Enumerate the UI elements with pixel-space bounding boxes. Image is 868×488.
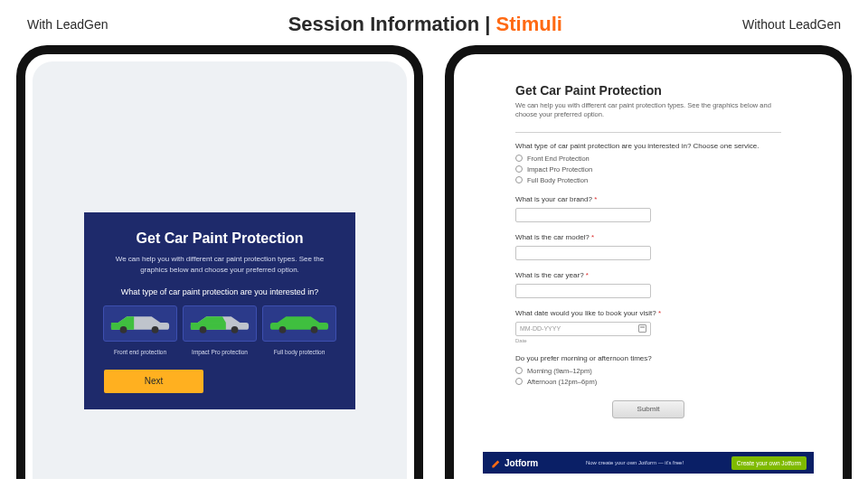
radio-option[interactable]: Front End Protection	[515, 155, 781, 163]
page-title: Session Information | Stimuli	[288, 13, 562, 36]
required-mark: *	[591, 233, 594, 241]
radio-label: Impact Pro Protection	[527, 165, 592, 174]
tablet-inner-right: Get Car Paint Protection We can help you…	[461, 61, 835, 479]
radio-icon	[515, 378, 523, 385]
leadgen-title: Get Car Paint Protection	[100, 230, 339, 247]
radio-label: Afternoon (12pm–6pm)	[527, 378, 597, 386]
tablet-inner-left: Get Car Paint Protection We can help you…	[33, 61, 407, 479]
next-button[interactable]: Next	[104, 370, 203, 393]
leadgen-question: What type of car paint protection are yo…	[100, 287, 339, 296]
option-caption: Impact Pro protection	[183, 349, 257, 355]
svg-point-10	[311, 326, 318, 333]
without-leadgen-label: Without LeadGen	[742, 17, 841, 32]
jotform-content: Get Car Paint Protection We can help you…	[461, 61, 835, 452]
required-mark: *	[594, 195, 597, 203]
radio-option[interactable]: Impact Pro Protection	[515, 165, 781, 174]
radio-option[interactable]: Afternoon (12pm–6pm)	[515, 378, 781, 386]
leadgen-options	[100, 305, 339, 342]
jotform-subtitle: We can help you with different car paint…	[515, 101, 778, 119]
protection-option-impact-pro[interactable]	[183, 305, 257, 342]
tablet-without-leadgen: Get Car Paint Protection We can help you…	[445, 45, 852, 479]
car-icon	[267, 312, 332, 335]
required-mark: *	[658, 309, 661, 317]
radio-icon	[515, 155, 523, 162]
submit-button[interactable]: Submit	[612, 400, 684, 418]
visit-date-input[interactable]: MM-DD-YYYY	[515, 322, 651, 336]
header-row: With LeadGen Session Information | Stimu…	[0, 0, 868, 45]
car-icon	[108, 312, 173, 335]
jotform-footer: Jotform Now create your own Jotform — it…	[483, 452, 814, 474]
tablet-with-leadgen: Get Car Paint Protection We can help you…	[16, 45, 423, 479]
car-model-input[interactable]	[515, 246, 651, 260]
car-brand-input[interactable]	[515, 208, 651, 222]
q4-label: What is the car year? *	[515, 271, 781, 279]
with-leadgen-label: With LeadGen	[27, 17, 108, 32]
radio-icon	[515, 165, 523, 173]
svg-point-3	[152, 326, 159, 333]
q3-label: What is the car model? *	[515, 233, 781, 241]
radio-label: Front End Protection	[527, 155, 590, 163]
leadgen-subtitle: We can help you with different car paint…	[107, 254, 333, 274]
title-accent: Stimuli	[496, 13, 562, 35]
q5-label: What date would you like to book your vi…	[515, 309, 781, 317]
car-year-input[interactable]	[515, 284, 651, 298]
option-caption: Full body protection	[262, 349, 336, 355]
brand-text: Jotform	[505, 458, 538, 468]
radio-icon	[515, 176, 523, 183]
radio-label: Full Body Protection	[527, 176, 588, 184]
q6-label: Do you prefer morning or afternoon times…	[515, 354, 781, 362]
svg-rect-8	[270, 323, 328, 330]
svg-rect-5	[191, 323, 226, 330]
leadgen-form-bg: Get Car Paint Protection We can help you…	[33, 61, 407, 479]
jotform-page: Get Car Paint Protection We can help you…	[461, 61, 835, 479]
radio-option[interactable]: Full Body Protection	[515, 176, 781, 184]
footer-tagline: Now create your own Jotform — it's free!	[586, 460, 684, 465]
protection-option-front-end[interactable]	[103, 305, 177, 342]
stage: Get Car Paint Protection We can help you…	[0, 45, 868, 479]
svg-point-6	[200, 326, 207, 333]
protection-option-full-body[interactable]	[262, 305, 336, 342]
footer-cta-button[interactable]: Create your own Jotform	[731, 456, 807, 470]
leadgen-captions: Front end protection Impact Pro protecti…	[100, 349, 339, 355]
radio-icon	[515, 367, 523, 374]
q2-label: What is your car brand? *	[515, 195, 781, 203]
svg-point-9	[279, 326, 287, 333]
jotform-title: Get Car Paint Protection	[515, 83, 781, 98]
date-hint: Date	[515, 338, 781, 343]
svg-point-7	[231, 326, 239, 333]
title-sep: |	[479, 13, 495, 35]
divider	[515, 132, 781, 133]
option-caption: Front end protection	[103, 349, 177, 355]
jotform-brand: Jotform	[490, 457, 538, 468]
required-mark: *	[586, 271, 589, 279]
radio-option[interactable]: Morning (9am–12pm)	[515, 367, 781, 375]
car-icon	[187, 312, 252, 335]
svg-point-2	[120, 326, 127, 333]
pencil-icon	[490, 457, 501, 468]
title-main: Session Information	[288, 13, 479, 35]
leadgen-card: Get Car Paint Protection We can help you…	[84, 212, 355, 408]
q1-label: What type of car paint protection are yo…	[515, 142, 781, 150]
calendar-icon	[638, 324, 646, 333]
radio-label: Morning (9am–12pm)	[527, 367, 592, 375]
date-placeholder: MM-DD-YYYY	[520, 325, 561, 332]
